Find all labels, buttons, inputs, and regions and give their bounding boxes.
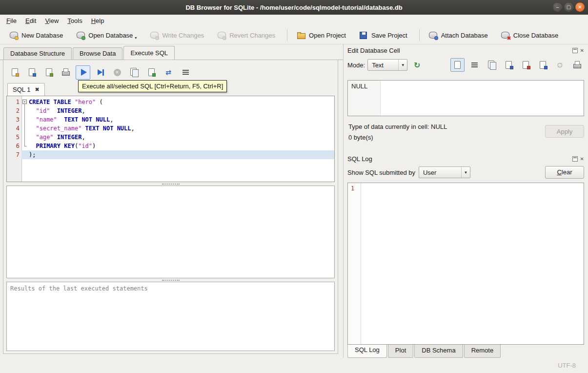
attach-database-label: Attach Database bbox=[441, 32, 488, 39]
line-number: 3 bbox=[7, 115, 21, 124]
editor-line[interactable]: 4 "secret_name" TEXT NOT NULL, bbox=[7, 124, 334, 133]
close-database-label: Close Database bbox=[513, 32, 559, 39]
write-changes-button: Write Changes bbox=[144, 28, 209, 42]
sql-editor[interactable]: 1CREATE TABLE "hero" (2 "id" INTEGER,3 "… bbox=[6, 96, 335, 182]
tab-db-schema[interactable]: DB Schema bbox=[414, 345, 463, 358]
mode-select[interactable]: Text ▼ bbox=[367, 59, 407, 71]
clear-button[interactable]: Clear bbox=[545, 166, 584, 179]
results-grid bbox=[6, 186, 335, 278]
close-button[interactable]: ✕ bbox=[575, 2, 585, 12]
close-tab-icon[interactable]: ✖ bbox=[35, 86, 39, 93]
tab-sql-log[interactable]: SQL Log bbox=[347, 344, 387, 358]
cell-info: Type of data currently in cell: NULL 0 b… bbox=[347, 122, 584, 149]
editor-line[interactable]: 7); bbox=[7, 150, 334, 159]
dock-close-icon[interactable]: ✕ bbox=[580, 156, 584, 162]
open-database-icon bbox=[76, 30, 85, 40]
results-message-pane: Results of the last executed statements bbox=[6, 282, 335, 351]
paste-button[interactable] bbox=[502, 58, 516, 72]
save-sql-as-icon bbox=[44, 67, 54, 77]
open-database-button[interactable]: Open Database▾ bbox=[71, 28, 142, 42]
text-mode-button[interactable] bbox=[450, 58, 465, 72]
log-filter-label: Show SQL submitted by bbox=[347, 169, 415, 176]
tab-plot[interactable]: Plot bbox=[388, 345, 413, 358]
titlebar: DB Browser for SQLite - /home/user/code/… bbox=[0, 0, 588, 15]
execute-line-button[interactable] bbox=[93, 65, 107, 80]
auto-switch-mode-button[interactable] bbox=[410, 58, 424, 72]
main-toolbar: New DatabaseOpen Database▾Write ChangesR… bbox=[0, 26, 588, 44]
save-sql-file-button[interactable] bbox=[24, 65, 39, 80]
splitter-handle[interactable] bbox=[6, 278, 335, 282]
chevron-down-icon: ▼ bbox=[398, 60, 407, 70]
text-mode-icon bbox=[453, 60, 463, 70]
write-changes-icon bbox=[149, 30, 159, 40]
minimize-button[interactable]: – bbox=[553, 2, 562, 12]
format-sql-icon bbox=[181, 67, 190, 77]
editor-line[interactable]: 1CREATE TABLE "hero" ( bbox=[7, 98, 334, 106]
duplicate-tab-button[interactable] bbox=[127, 65, 142, 80]
cell-toolbar-icons bbox=[450, 58, 584, 72]
copy-button[interactable] bbox=[485, 58, 499, 72]
sql-log-title: SQL Log bbox=[347, 155, 572, 163]
print-cell-button[interactable] bbox=[570, 58, 584, 72]
tab-browse-data[interactable]: Browse Data bbox=[73, 47, 122, 60]
export-data-button[interactable] bbox=[536, 58, 550, 72]
print-button[interactable] bbox=[59, 65, 73, 80]
tab-database-structure[interactable]: Database Structure bbox=[3, 47, 72, 60]
dropdown-arrow-icon[interactable]: ▾ bbox=[135, 36, 137, 40]
save-sql-as-button[interactable] bbox=[41, 65, 56, 80]
fold-column bbox=[21, 150, 29, 159]
cell-editor[interactable]: NULL bbox=[347, 80, 584, 116]
fold-marker-icon[interactable] bbox=[21, 98, 29, 106]
editor-line[interactable]: 5 "age" INTEGER, bbox=[7, 133, 334, 142]
word-wrap-button[interactable] bbox=[467, 58, 482, 72]
menu-edit[interactable]: Edit bbox=[21, 16, 41, 26]
find-replace-button[interactable] bbox=[161, 65, 176, 80]
menu-help[interactable]: Help bbox=[87, 16, 109, 26]
import-data-button[interactable] bbox=[519, 58, 533, 72]
open-project-button[interactable]: Open Project bbox=[291, 28, 351, 42]
dock-float-icon[interactable] bbox=[572, 48, 578, 53]
dock-float-icon[interactable] bbox=[572, 156, 578, 162]
open-project-label: Open Project bbox=[309, 32, 346, 39]
close-database-icon bbox=[501, 30, 510, 40]
set-null-button[interactable] bbox=[553, 58, 567, 72]
maximize-button[interactable]: ▢ bbox=[564, 2, 573, 12]
chevron-down-icon: ▼ bbox=[461, 167, 470, 178]
import-data-icon bbox=[521, 60, 531, 70]
splitter-handle[interactable] bbox=[6, 182, 335, 186]
window-title: DB Browser for SQLite - /home/user/code/… bbox=[185, 4, 402, 11]
format-sql-button[interactable] bbox=[178, 65, 193, 80]
editor-line[interactable]: 6 PRIMARY KEY("id") bbox=[7, 142, 334, 150]
close-database-button[interactable]: Close Database bbox=[496, 28, 564, 42]
menu-view[interactable]: View bbox=[41, 16, 63, 26]
sql-toolbar bbox=[6, 62, 335, 82]
save-project-icon bbox=[359, 30, 368, 40]
toolbar-separator bbox=[419, 29, 420, 41]
menu-tools[interactable]: Tools bbox=[63, 16, 86, 26]
tab-remote[interactable]: Remote bbox=[464, 345, 501, 358]
edit-cell-toolbar: Mode: Text ▼ bbox=[347, 57, 584, 73]
dock-close-icon[interactable]: ✕ bbox=[580, 48, 584, 53]
main-tabs: Database StructureBrowse DataExecute SQL bbox=[0, 44, 343, 60]
tab-sql-1[interactable]: SQL 1 ✖ bbox=[7, 83, 45, 96]
editor-line[interactable]: 2 "id" INTEGER, bbox=[7, 106, 334, 115]
tab-execute-sql[interactable]: Execute SQL bbox=[123, 46, 175, 60]
save-project-button[interactable]: Save Project bbox=[354, 28, 412, 42]
sql-log-view[interactable]: 1 bbox=[347, 183, 584, 345]
sql-log-dock-title: SQL Log ✕ bbox=[347, 153, 584, 164]
print-cell-icon bbox=[572, 60, 582, 70]
right-panel: Edit Database Cell ✕ Mode: Text ▼ bbox=[343, 44, 588, 358]
menu-file[interactable]: File bbox=[2, 16, 21, 26]
new-database-button[interactable]: New Database bbox=[4, 28, 68, 42]
execute-all-button[interactable] bbox=[76, 65, 90, 80]
attach-database-button[interactable]: Attach Database bbox=[424, 28, 493, 42]
auto-switch-mode-icon bbox=[412, 60, 422, 70]
line-number: 2 bbox=[7, 106, 21, 115]
import-sql-button[interactable] bbox=[144, 65, 159, 80]
set-null-icon bbox=[555, 60, 565, 70]
editor-line[interactable]: 3 "name" TEXT NOT NULL, bbox=[7, 115, 334, 124]
left-panel: Database StructureBrowse DataExecute SQL… bbox=[0, 44, 343, 358]
revert-changes-label: Revert Changes bbox=[229, 32, 275, 39]
open-sql-file-button[interactable] bbox=[7, 65, 22, 80]
log-filter-select[interactable]: User ▼ bbox=[419, 166, 470, 178]
